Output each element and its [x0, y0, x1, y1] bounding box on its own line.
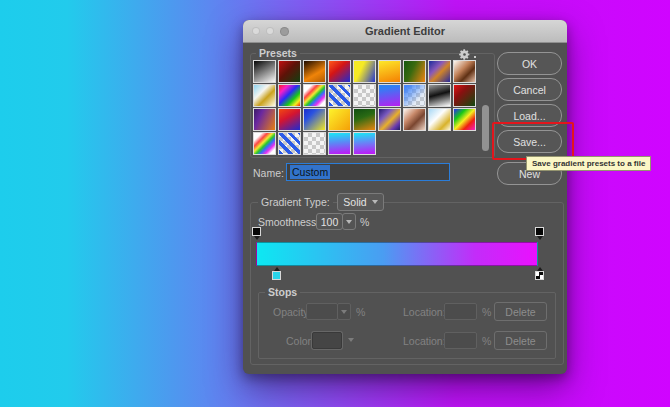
stop-pointer-icon: [537, 236, 543, 240]
stop-pointer-icon: [254, 236, 260, 240]
opacity-stop-left[interactable]: [251, 227, 262, 240]
location-label-1: Location:: [403, 306, 446, 318]
desktop-background: Gradient Editor Presets OK Cancel Load..…: [0, 0, 670, 407]
preset-grid: [253, 60, 479, 156]
preset-green-orange-2[interactable]: [353, 108, 376, 131]
preset-cyan-magenta[interactable]: [353, 132, 376, 155]
preset-blue-stripes-2[interactable]: [278, 132, 301, 155]
chevron-down-icon: [346, 220, 352, 224]
cancel-button[interactable]: Cancel: [497, 78, 562, 101]
preset-transparent-rainbow[interactable]: [303, 84, 326, 107]
preset-rainbow-2[interactable]: [453, 108, 476, 131]
location-label-2: Location:: [403, 335, 446, 347]
ok-button[interactable]: OK: [497, 52, 562, 75]
preset-red-darkgreen[interactable]: [453, 84, 476, 107]
presets-scrollbar-thumb[interactable]: [482, 105, 489, 151]
title-bar: Gradient Editor: [243, 20, 567, 43]
color-stop-right[interactable]: [534, 267, 545, 280]
location-unit-2: %: [482, 335, 491, 347]
name-label: Name:: [253, 167, 284, 179]
opacity-unit: %: [356, 306, 365, 318]
preset-copper-2[interactable]: [403, 108, 426, 131]
name-input-selected-text: Custom: [290, 165, 330, 179]
preset-blue-stripes[interactable]: [328, 84, 351, 107]
preset-blue-yellow[interactable]: [303, 108, 326, 131]
preset-yellow-blue[interactable]: [353, 60, 376, 83]
name-input[interactable]: Custom: [286, 163, 450, 181]
opacity-stop-right[interactable]: [534, 227, 545, 240]
zoom-button[interactable]: [280, 27, 289, 36]
preset-transparent-rainbow-2[interactable]: [253, 132, 276, 155]
gradient-editor-dialog: Gradient Editor Presets OK Cancel Load..…: [243, 20, 567, 374]
preset-blue-gold-blue[interactable]: [428, 60, 451, 83]
preset-red-green[interactable]: [278, 60, 301, 83]
gear-icon[interactable]: [458, 47, 471, 65]
presets-label: Presets: [256, 47, 300, 59]
gradient-type-label: Gradient Type:: [258, 196, 333, 208]
smoothness-dropdown[interactable]: [342, 213, 356, 230]
color-field-label: Color:: [286, 335, 314, 347]
gradient-type-select[interactable]: Solid: [337, 193, 384, 211]
color-stop-cyan[interactable]: [271, 267, 282, 280]
preset-green-orange[interactable]: [403, 60, 426, 83]
preset-red-blue[interactable]: [328, 60, 351, 83]
opacity-stop-square: [535, 227, 544, 236]
preset-transparent-2[interactable]: [303, 132, 326, 155]
preset-transparent[interactable]: [353, 84, 376, 107]
preset-sky-gold[interactable]: [428, 108, 451, 131]
preset-yellow-orange-2[interactable]: [328, 108, 351, 131]
opacity-field: [306, 303, 338, 320]
location-unit-1: %: [482, 306, 491, 318]
minimize-button[interactable]: [266, 27, 274, 35]
preset-blue-gold-violet[interactable]: [378, 108, 401, 131]
preset-black-white[interactable]: [428, 84, 451, 107]
gradient-type-value: Solid: [343, 196, 366, 208]
location-field-2: [444, 332, 477, 349]
color-stop-square: [535, 271, 544, 280]
smoothness-unit: %: [360, 216, 369, 228]
preset-yellow-orange[interactable]: [378, 60, 401, 83]
location-field-1: [444, 303, 477, 320]
stops-label: Stops: [265, 286, 300, 298]
opacity-dropdown: [337, 303, 351, 320]
preset-blue-violet[interactable]: [378, 84, 401, 107]
color-swatch: [312, 332, 342, 349]
preset-spectrum[interactable]: [278, 84, 301, 107]
preset-blue-to-transparent[interactable]: [403, 84, 426, 107]
gear-menu-dot: [474, 56, 476, 58]
gradient-preview-bar[interactable]: [256, 242, 538, 266]
smoothness-value: 100: [321, 216, 339, 228]
color-stop-square: [272, 271, 281, 280]
window-title: Gradient Editor: [365, 25, 445, 37]
save-highlight-annotation: [492, 122, 574, 160]
delete-color-stop-button: Delete: [494, 331, 547, 350]
preset-chrome-gold[interactable]: [253, 84, 276, 107]
opacity-stop-square: [252, 227, 261, 236]
preset-red-blue-2[interactable]: [278, 108, 301, 131]
preset-fg-to-bg[interactable]: [253, 60, 276, 83]
smoothness-label: Smoothness:: [258, 216, 319, 228]
chevron-down-icon: [372, 200, 378, 204]
save-tooltip: Save gradient presets to a file: [526, 156, 651, 171]
chevron-down-icon: [348, 338, 354, 342]
preset-custom-cyan-magenta[interactable]: [328, 132, 351, 155]
preset-dark-orange[interactable]: [303, 60, 326, 83]
chevron-down-icon: [341, 310, 347, 314]
delete-opacity-stop-button: Delete: [494, 302, 547, 321]
close-button[interactable]: [252, 27, 260, 35]
preset-violet-orange[interactable]: [253, 108, 276, 131]
smoothness-input[interactable]: 100: [316, 213, 343, 230]
